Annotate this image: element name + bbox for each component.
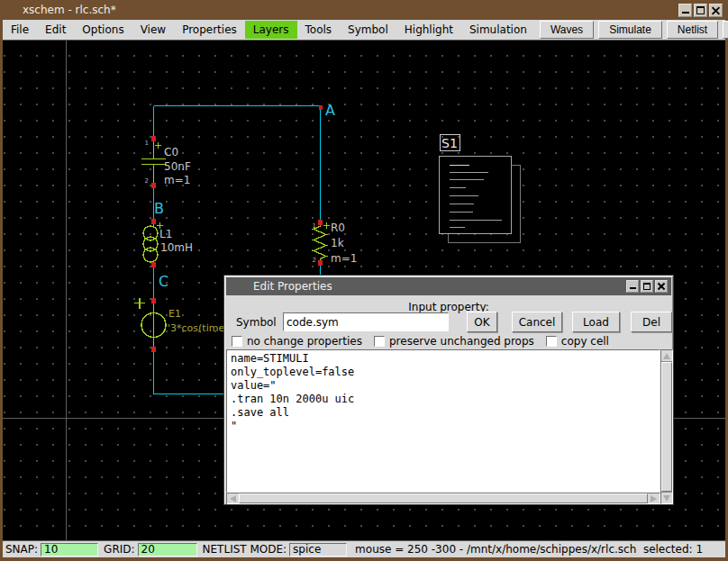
minimize-icon bbox=[630, 284, 636, 289]
snap-label: SNAP: bbox=[5, 543, 38, 556]
menu-properties[interactable]: Properties bbox=[174, 21, 245, 39]
capacitor-pin2-number: 2 bbox=[145, 177, 149, 185]
minimize-icon bbox=[682, 7, 689, 14]
properties-text-frame: name=STIMULI only_toplevel=false value="… bbox=[226, 349, 673, 504]
minimize-button[interactable] bbox=[678, 4, 692, 17]
menu-layers[interactable]: Layers bbox=[245, 21, 297, 39]
vertical-scroll-thumb[interactable] bbox=[661, 362, 672, 492]
properties-textarea[interactable]: name=STIMULI only_toplevel=false value="… bbox=[226, 349, 660, 493]
checkbox-icon bbox=[374, 336, 385, 347]
net-label-a[interactable]: A bbox=[325, 102, 335, 119]
ok-button[interactable]: OK bbox=[467, 312, 497, 332]
inductor-ref: L1 bbox=[159, 228, 172, 240]
menu-options[interactable]: Options bbox=[74, 21, 132, 39]
resistor-pin2-number: 2 bbox=[313, 257, 316, 264]
arrow-right-icon bbox=[651, 495, 657, 502]
net-label-c[interactable]: C bbox=[159, 273, 168, 290]
menubar: File Edit Options View Properties Layers… bbox=[3, 20, 725, 41]
vertical-scrollbar[interactable] bbox=[660, 349, 673, 504]
code-block-ref: S1 bbox=[441, 136, 458, 150]
horizontal-scroll-thumb[interactable] bbox=[239, 493, 648, 503]
grid-label: GRID: bbox=[104, 543, 134, 556]
menu-symbol[interactable]: Symbol bbox=[340, 21, 396, 39]
netlist-mode-input[interactable]: spice bbox=[289, 543, 347, 556]
close-icon bbox=[658, 283, 665, 290]
window-title: xschem - rlc.sch* bbox=[23, 4, 116, 16]
capacitor-ref: C0 bbox=[164, 146, 178, 158]
help-button[interactable]: Help bbox=[723, 21, 728, 39]
resistor-mult: m=1 bbox=[331, 252, 357, 265]
maximize-button[interactable] bbox=[694, 4, 707, 17]
resistor-value: 1k bbox=[331, 237, 344, 249]
menu-edit[interactable]: Edit bbox=[37, 21, 74, 39]
netlist-button[interactable]: Netlist bbox=[667, 21, 718, 39]
checkbox-icon bbox=[232, 336, 242, 347]
inductor-l1[interactable]: L1 10mH bbox=[143, 222, 193, 265]
copy-cell-label: copy cell bbox=[561, 335, 609, 348]
scroll-left-button[interactable] bbox=[227, 493, 239, 503]
edit-properties-dialog: Edit Properties Input property: Symbol O… bbox=[223, 275, 674, 505]
menu-highlight[interactable]: Highlight bbox=[396, 21, 461, 39]
inductor-value: 10mH bbox=[160, 241, 193, 254]
capacitor-pin1-number: 1 bbox=[145, 140, 149, 147]
arrow-up-icon bbox=[663, 353, 670, 359]
netlist-mode-label: NETLIST MODE: bbox=[203, 543, 287, 556]
no-change-properties-label: no change properties bbox=[247, 335, 362, 348]
load-button[interactable]: Load bbox=[572, 312, 620, 332]
net-label-b[interactable]: B bbox=[154, 200, 164, 217]
menu-view[interactable]: View bbox=[132, 21, 174, 39]
simulate-button[interactable]: Simulate bbox=[598, 21, 662, 39]
symbol-input[interactable] bbox=[283, 312, 449, 331]
source-ref: E1 bbox=[168, 308, 181, 320]
statusbar: SNAP: 10 GRID: 20 NETLIST MODE: spice mo… bbox=[3, 540, 725, 557]
dialog-checkbox-row: no change properties preserve unchanged … bbox=[232, 335, 609, 348]
scroll-right-button[interactable] bbox=[648, 493, 660, 503]
capacitor-c0[interactable]: C0 50nF m=1 1 2 bbox=[141, 139, 191, 186]
dialog-titlebar[interactable]: Edit Properties bbox=[226, 277, 671, 295]
maximize-icon bbox=[643, 283, 651, 290]
symbol-label: Symbol bbox=[236, 316, 277, 329]
waves-button[interactable]: Waves bbox=[540, 21, 594, 39]
source-e1[interactable]: E1 '3*cos(time*ti bbox=[134, 298, 236, 350]
menu-tools[interactable]: Tools bbox=[297, 21, 341, 39]
no-change-properties-checkbox[interactable]: no change properties bbox=[232, 335, 362, 348]
cancel-button[interactable]: Cancel bbox=[512, 312, 562, 332]
resistor-ref: R0 bbox=[331, 222, 345, 234]
menu-simulation[interactable]: Simulation bbox=[461, 21, 535, 39]
arrow-down-icon bbox=[663, 495, 670, 502]
code-block-s1[interactable]: S1 bbox=[439, 134, 520, 242]
resistor-r0[interactable]: R0 1k m=1 1 2 bbox=[313, 222, 358, 265]
grid-input[interactable]: 20 bbox=[138, 543, 197, 556]
window-controls bbox=[678, 4, 723, 17]
scroll-down-button[interactable] bbox=[661, 492, 672, 503]
scroll-up-button[interactable] bbox=[661, 350, 672, 362]
mouse-status-text: mouse = 250 -300 - /mnt/x/home/schippes/… bbox=[355, 543, 703, 556]
checkbox-icon bbox=[546, 336, 557, 347]
close-icon bbox=[712, 6, 720, 14]
close-button[interactable] bbox=[709, 4, 723, 17]
capacitor-value: 50nF bbox=[164, 160, 191, 173]
capacitor-mult: m=1 bbox=[164, 174, 190, 186]
dialog-close-button[interactable] bbox=[655, 280, 668, 293]
del-button[interactable]: Del bbox=[631, 312, 672, 332]
dialog-minimize-button[interactable] bbox=[626, 280, 639, 293]
dialog-title: Edit Properties bbox=[253, 280, 332, 293]
preserve-unchanged-props-checkbox[interactable]: preserve unchanged props bbox=[374, 335, 534, 348]
preserve-unchanged-props-label: preserve unchanged props bbox=[389, 335, 534, 348]
arrow-left-icon bbox=[230, 495, 236, 502]
maximize-icon bbox=[696, 6, 705, 14]
snap-input[interactable]: 10 bbox=[41, 543, 98, 556]
dialog-maximize-button[interactable] bbox=[641, 280, 653, 293]
menu-file[interactable]: File bbox=[3, 21, 37, 39]
resistor-pin1-number: 1 bbox=[313, 222, 316, 230]
window-titlebar[interactable]: xschem - rlc.sch* bbox=[0, 0, 728, 20]
copy-cell-checkbox[interactable]: copy cell bbox=[546, 335, 609, 348]
horizontal-scrollbar[interactable] bbox=[226, 493, 660, 504]
dialog-controls bbox=[626, 280, 668, 293]
